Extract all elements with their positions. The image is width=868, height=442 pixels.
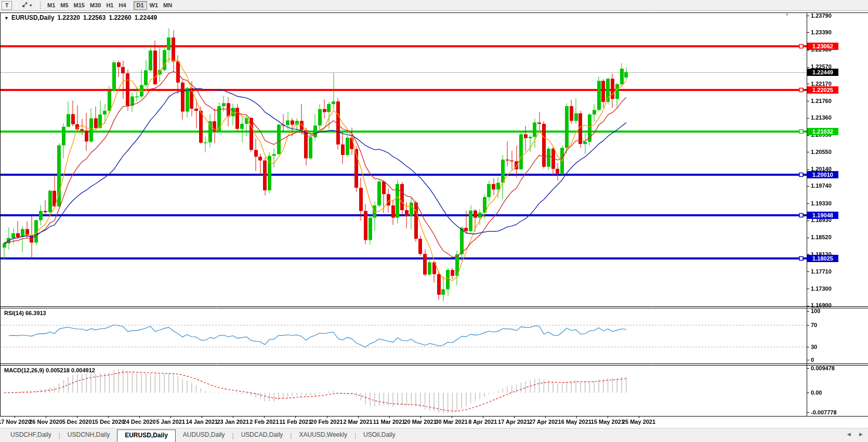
timeframe-button-M15[interactable]: M15 [71,1,87,10]
tab-EURUSD-Daily[interactable]: EURUSD,Daily [117,430,176,442]
price-tick: 1.21760 [811,98,832,105]
date-label: 15 Dec 2020 [92,419,125,425]
chart-shift-marker-icon[interactable]: ▾ [786,12,788,17]
timeframe-button-H4[interactable]: H4 [116,1,128,10]
tab-scroll-left-icon[interactable]: ◀ [847,432,851,437]
rsi-tick: 30 [811,344,817,350]
level-badge-1.23062: 1.23062 [807,43,838,50]
price-tick: 1.21360 [811,114,832,121]
level-badge-1.19048: 1.19048 [807,212,838,219]
timeframe-button-W1[interactable]: W1 [147,1,161,10]
date-label: 11 Feb 2021 [280,419,312,425]
tab-USDCNH-Daily[interactable]: USDCNH,Daily [60,430,117,442]
chart-dropdown-icon[interactable]: ▼ [4,16,9,21]
date-label: 24 Dec 2020 [123,419,156,425]
level-badge-1.20010: 1.20010 [807,171,838,178]
date-label: 20 Mar 2021 [404,419,436,425]
top-toolbar: T ▾ M1M5M15M30H1H4D1W1MN [0,0,868,11]
arrows-tool-button[interactable]: ▾ [19,1,34,10]
date-label: 17 Nov 2020 [0,419,31,425]
date-label: 14 Jan 2021 [186,419,218,425]
current-price-badge: 1.22449 [807,69,838,76]
tab-USDCHF-Daily[interactable]: USDCHF,Daily [3,430,59,442]
chart-canvas[interactable] [0,0,868,442]
rsi-tick: 70 [811,322,817,329]
toolbar-separator [36,2,37,9]
date-label: 2 Mar 2021 [343,419,372,425]
timeframe-button-M30[interactable]: M30 [87,1,103,10]
date-label: 5 Jan 2021 [156,419,185,425]
level-badge-1.22025: 1.22025 [807,86,838,94]
price-tick: 1.20550 [811,149,832,155]
rsi-tick: 0 [811,357,814,363]
text-tool-button[interactable]: T [2,1,12,10]
tab-scroll-right-icon[interactable]: ▶ [859,432,863,437]
rsi-indicator-label: RSI(14) 66.3913 [4,310,46,316]
chevron-down-icon: ▾ [30,3,32,8]
ohlc-high: 1.22563 [83,14,106,21]
tab-USDCAD-Daily[interactable]: USDCAD,Daily [234,430,291,442]
tab-USOil-Daily[interactable]: USOil,Daily [356,430,402,442]
symbol-tabs: USDCHF,Daily|USDCNH,DailyEURUSD,DailyAUD… [0,430,402,442]
price-tick: 1.18520 [811,234,832,241]
date-label: 5 Dec 2020 [62,419,92,425]
tab-scroll-buttons: ◀ ▶ [840,432,863,437]
date-label: 17 Apr 2021 [498,419,530,425]
chart-symbol-label: EURUSD,Daily [11,14,55,21]
macd-tick: 0.00 [811,389,822,396]
toolbar-drag-handle[interactable] [40,2,42,9]
price-tick: 1.17710 [811,268,832,275]
price-tick: 1.19740 [811,183,832,189]
ohlc-close: 1.22449 [135,14,157,21]
date-label: 27 Apr 2021 [529,419,561,425]
date-label: 15 May 2021 [591,419,624,425]
timeframe-button-M1[interactable]: M1 [45,1,58,10]
arrows-tool-icon [21,2,29,9]
price-tick: 1.19330 [811,200,832,207]
macd-value: 0.005218 [46,367,70,373]
price-tick: 1.23390 [811,29,832,36]
date-label: 20 Feb 2021 [310,419,343,425]
tab-XAUUSD-Weekly[interactable]: XAUUSD,Weekly [292,430,354,442]
timeframe-button-M5[interactable]: M5 [58,1,71,10]
date-label: 23 Jan 2021 [217,419,249,425]
level-badge-1.18025: 1.18025 [807,255,838,262]
macd-indicator-label: MACD(12,26,9) 0.005218 0.004912 [4,367,95,373]
timeframe-button-D1[interactable]: D1 [134,1,147,10]
date-label: 2 Feb 2021 [249,419,279,425]
timeframe-button-MN[interactable]: MN [161,1,175,10]
price-tick: 1.23790 [811,12,832,19]
date-label: 8 Apr 2021 [468,419,497,425]
timeframe-button-H1[interactable]: H1 [103,1,116,10]
toolbar-separator [16,2,17,9]
chart-title: ▼EURUSD,Daily1.223201.225631.222601.2244… [4,14,160,21]
macd-tick: -0.007778 [811,409,837,416]
rsi-value: 66.3913 [25,310,46,316]
date-label: 26 Nov 2020 [29,419,62,425]
date-label: 11 Mar 2021 [373,419,405,425]
symbol-tabs-bar: USDCHF,Daily|USDCNH,DailyEURUSD,DailyAUD… [0,428,868,442]
date-label: 6 May 2021 [561,419,591,425]
level-badge-1.21032: 1.21032 [807,128,838,135]
price-tick: 1.17300 [811,285,832,292]
macd-signal-value: 0.004912 [71,367,95,373]
ohlc-open: 1.22320 [58,14,80,21]
timeframe-toolbar: M1M5M15M30H1H4D1W1MN [45,1,175,10]
date-label: 25 May 2021 [622,419,655,425]
macd-tick: 0.009478 [811,365,835,372]
tab-AUDUSD-Daily[interactable]: AUDUSD,Daily [176,430,232,442]
rsi-tick: 100 [811,308,820,315]
ohlc-low: 1.22260 [109,14,131,21]
date-label: 30 Mar 2021 [435,419,467,425]
toolbar-separator [131,2,131,9]
